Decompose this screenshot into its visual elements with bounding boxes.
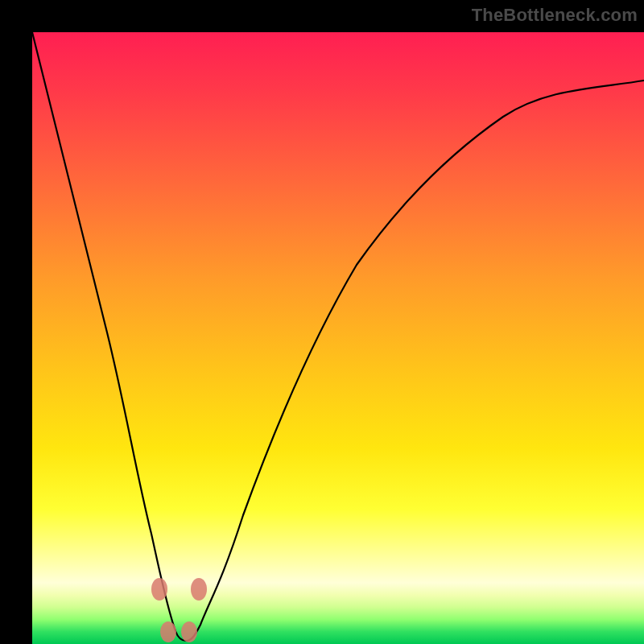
curve-marker — [151, 578, 167, 601]
plot-area — [32, 32, 644, 644]
bottleneck-curve-svg — [32, 32, 644, 644]
curve-marker — [160, 621, 176, 642]
curve-marker — [191, 578, 207, 601]
chart-frame: TheBottleneck.com — [0, 0, 644, 644]
bottleneck-curve — [32, 32, 644, 641]
watermark-text: TheBottleneck.com — [472, 5, 638, 26]
marker-group — [151, 578, 207, 642]
curve-marker — [181, 621, 197, 642]
